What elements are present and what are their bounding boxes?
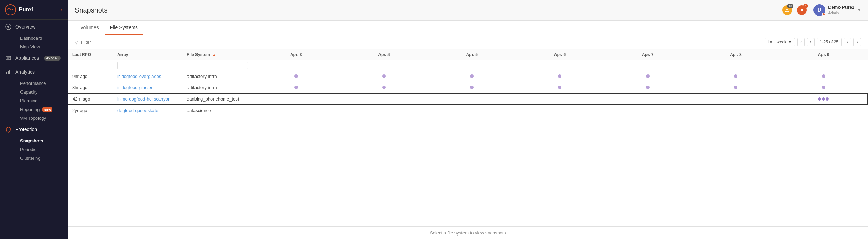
page-info: 1-25 of 25 [817, 38, 842, 46]
cell-array[interactable]: ir-dogfood-glacier [113, 82, 183, 94]
cell-date-dot [428, 71, 516, 82]
filter-area: ▽ [75, 40, 761, 45]
first-page-button[interactable]: ‹ [844, 38, 851, 46]
col-header-apr9: Apr. 9 [780, 49, 868, 60]
error-count: 1 [803, 4, 808, 8]
protection-label: Protection [15, 127, 37, 132]
cell-filesystem: artifactory-infra [183, 71, 252, 82]
cell-date-dot [780, 82, 868, 94]
cell-date-dot [516, 93, 604, 105]
cell-date-dot [252, 93, 340, 105]
page-title: Snapshots [75, 6, 108, 14]
cell-last-rpo: 9hr ago [68, 71, 113, 82]
cell-date-dot [692, 105, 779, 116]
overview-label: Overview [15, 24, 35, 30]
sidebar-collapse-icon[interactable]: ‹ [61, 7, 63, 13]
user-status-dot [822, 13, 825, 16]
cell-date-dot [604, 105, 692, 116]
filesystem-sort-arrow[interactable]: ▲ [212, 53, 216, 57]
sidebar-sub-capacity[interactable]: Capacity [15, 88, 68, 96]
cell-date-dot [516, 82, 604, 94]
sidebar-sub-dashboard[interactable]: Dashboard [15, 34, 68, 42]
sidebar-item-overview[interactable]: Overview [0, 20, 68, 34]
col-filter-apr8 [692, 60, 779, 71]
col-filter-apr9 [780, 60, 868, 71]
analytics-icon [5, 69, 12, 75]
user-info: Demo Pure1 Admin [828, 5, 854, 15]
cell-date-dot [692, 93, 779, 105]
cell-date-dot [340, 105, 428, 116]
filesystem-filter-input[interactable] [187, 62, 248, 69]
table-row[interactable]: 42m agoir-mc-dogfood-hellscanyondanbing_… [68, 93, 868, 105]
svg-rect-3 [6, 56, 11, 60]
sidebar-sub-mapview[interactable]: Map View [15, 42, 68, 51]
overview-icon [5, 23, 12, 30]
svg-point-2 [7, 26, 9, 28]
table-row[interactable]: 8hr agoir-dogfood-glacierartifactory-inf… [68, 82, 868, 94]
cell-date-dot [252, 71, 340, 82]
sidebar-item-analytics[interactable]: Analytics [0, 65, 68, 79]
col-filter-array[interactable] [113, 60, 183, 71]
array-filter-input[interactable] [117, 62, 178, 69]
col-header-apr5: Apr. 5 [428, 49, 516, 60]
cell-date-dot [428, 105, 516, 116]
sidebar-item-appliances[interactable]: Appliances 45 of 46 [0, 51, 68, 65]
col-filter-last-rpo [68, 60, 113, 71]
next-page-button[interactable]: › [807, 38, 815, 46]
col-filter-apr6 [516, 60, 604, 71]
cell-date-dot [428, 93, 516, 105]
col-filter-filesystem[interactable] [183, 60, 252, 71]
col-filter-apr5 [428, 60, 516, 71]
sidebar-sub-reporting[interactable]: Reporting NEW [15, 105, 68, 114]
col-header-apr7: Apr. 7 [604, 49, 692, 60]
table-row[interactable]: 2yr agodogfood-speedskatedatascience [68, 105, 868, 116]
sidebar-logo: Pure1 ‹ [0, 0, 68, 20]
col-header-last-rpo: Last RPO [68, 49, 113, 60]
warning-badge[interactable]: ⚠ 18 [782, 5, 792, 15]
cell-array[interactable]: ir-mc-dogfood-hellscanyon [113, 93, 183, 105]
tab-volumes[interactable]: Volumes [75, 21, 105, 35]
filter-input[interactable] [81, 40, 761, 45]
tab-filesystems[interactable]: File Systems [105, 21, 143, 35]
cell-array[interactable]: dogfood-speedskate [113, 105, 183, 116]
cell-date-dot [516, 71, 604, 82]
sidebar-item-protection[interactable]: Protection [0, 122, 68, 136]
cell-date-dot [604, 71, 692, 82]
cell-date-dot [428, 82, 516, 94]
cell-date-dot [604, 93, 692, 105]
sidebar-sub-planning[interactable]: Planning [15, 96, 68, 105]
period-select[interactable]: Last week ▼ [765, 38, 795, 46]
error-badge[interactable]: ✕ 1 [797, 5, 807, 15]
prev-page-button[interactable]: ‹ [797, 38, 805, 46]
sidebar-sub-performance[interactable]: Performance [15, 79, 68, 88]
cell-last-rpo: 42m ago [68, 93, 113, 105]
toolbar-right: Last week ▼ ‹ › 1-25 of 25 ‹ › [765, 38, 861, 46]
svg-point-0 [5, 5, 16, 15]
col-header-array: Array [113, 49, 183, 60]
cell-filesystem: datascience [183, 105, 252, 116]
sidebar-sub-snapshots[interactable]: Snapshots [15, 136, 68, 145]
table-row[interactable]: 9hr agoir-dogfood-evergladesartifactory-… [68, 71, 868, 82]
warning-count: 18 [787, 4, 793, 8]
sidebar: Pure1 ‹ Overview Dashboard Map View [0, 0, 68, 239]
svg-rect-6 [6, 72, 7, 74]
last-page-button[interactable]: › [853, 38, 861, 46]
user-area[interactable]: D Demo Pure1 Admin ▼ [813, 4, 861, 16]
cell-last-rpo: 2yr ago [68, 105, 113, 116]
col-header-apr3: Apr. 3 [252, 49, 340, 60]
sidebar-sub-vmtopology[interactable]: VM Topology [15, 114, 68, 122]
cell-date-dot [780, 93, 868, 105]
bottom-status: Select a file system to view snapshots [68, 226, 868, 239]
user-role: Admin [828, 10, 854, 15]
cell-filesystem: artifactory-infra [183, 82, 252, 94]
cell-last-rpo: 8hr ago [68, 82, 113, 94]
cell-filesystem: danbing_phonehome_test [183, 93, 252, 105]
svg-rect-8 [9, 70, 10, 74]
sidebar-sub-clustering[interactable]: Clustering [15, 154, 68, 162]
cell-date-dot [340, 93, 428, 105]
filter-icon: ▽ [75, 40, 78, 45]
analytics-label: Analytics [15, 69, 35, 75]
col-header-apr6: Apr. 6 [516, 49, 604, 60]
sidebar-sub-periodic[interactable]: Periodic [15, 145, 68, 154]
cell-array[interactable]: ir-dogfood-everglades [113, 71, 183, 82]
